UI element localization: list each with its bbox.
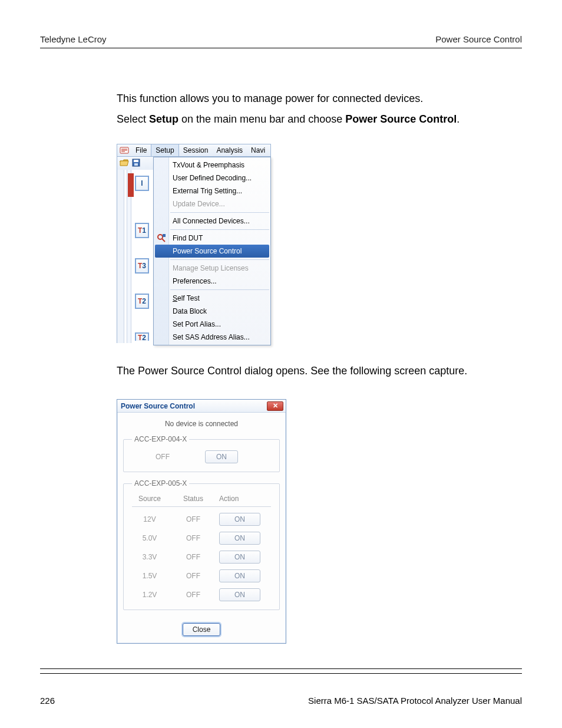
paragraph-dialog-opens: The Power Source Control dialog opens. S…: [117, 363, 522, 379]
dialog-titlebar: Power Source Control ✕: [117, 400, 286, 413]
tag-label: T: [138, 334, 142, 342]
menu-item-external-trig[interactable]: External Trig Setting...: [154, 185, 270, 197]
menu-item-label: Find DUT: [173, 234, 203, 242]
table-row: 1.2V OFF ON: [132, 588, 271, 601]
menu-item-update-device: Update Device...: [154, 197, 270, 210]
app-icon: [120, 146, 129, 155]
status-off: OFF: [156, 453, 170, 461]
menu-setup[interactable]: Setup: [151, 144, 178, 156]
menu-file[interactable]: File: [131, 144, 151, 156]
dialog-status-text: No device is connected: [123, 420, 280, 428]
cell-source: 5.0V: [132, 534, 167, 542]
tag-label: 3: [142, 262, 146, 270]
cell-source: 12V: [132, 515, 167, 523]
tag-label: 2: [142, 297, 146, 305]
paragraph-instruction: Select Setup on the main menu bar and ch…: [117, 111, 522, 127]
menu-item-self-test[interactable]: Self Test: [154, 292, 270, 305]
tag-label: 2: [142, 334, 146, 342]
svg-point-4: [158, 235, 163, 239]
running-header: Teledyne LeCroy Power Source Control: [40, 34, 522, 48]
text-bold-psc: Power Source Control: [345, 113, 457, 125]
group-legend: ACC-EXP-005-X: [132, 479, 189, 487]
on-button[interactable]: ON: [205, 450, 238, 463]
page-number: 226: [40, 696, 55, 706]
tag-label: T: [138, 226, 142, 235]
find-dut-icon: [156, 233, 167, 243]
text-fragment: on the main menu bar and choose: [178, 113, 345, 125]
menu-item-all-connected[interactable]: All Connected Devices...: [154, 215, 270, 228]
trace-gutter: I T1 T3 T2 T2: [117, 170, 153, 343]
cell-status: OFF: [176, 515, 211, 523]
col-status: Status: [176, 495, 211, 503]
menu-item-power-source-control[interactable]: Power Source Control: [155, 245, 269, 258]
tag-label: I: [141, 179, 143, 187]
tag-label: T: [138, 262, 142, 270]
menu-item-set-sas-alias[interactable]: Set SAS Address Alias...: [154, 331, 270, 344]
on-button[interactable]: ON: [219, 532, 260, 545]
menu-separator: [170, 289, 269, 290]
close-button[interactable]: Close: [183, 623, 220, 636]
on-button[interactable]: ON: [219, 569, 260, 582]
trace-tag-t2-cut: T2: [135, 332, 149, 341]
manual-title: Sierra M6-1 SAS/SATA Protocol Analyzer U…: [308, 696, 522, 706]
on-button[interactable]: ON: [219, 513, 260, 526]
save-icon[interactable]: [131, 158, 141, 169]
menu-item-licenses: Manage Setup Licenses: [154, 262, 270, 275]
svg-rect-2: [134, 160, 138, 162]
menu-item-user-defined-decoding[interactable]: User Defined Decoding...: [154, 172, 270, 185]
table-row: 12V OFF ON: [132, 513, 271, 526]
group-acc-exp-005: ACC-EXP-005-X Source Status Action 12V O…: [123, 479, 280, 610]
menu-item-set-port-alias[interactable]: Set Port Alias...: [154, 318, 270, 331]
text-bold-setup: Setup: [149, 113, 178, 125]
screenshot-setup-menu: File Setup Session Analysis Navi I T1: [117, 144, 271, 343]
trace-tag-t1: T1: [135, 223, 149, 238]
menu-bar: File Setup Session Analysis Navi: [117, 144, 271, 157]
table-header: Source Status Action: [132, 495, 271, 507]
menu-item-find-dut[interactable]: Find DUT: [154, 232, 270, 245]
open-icon[interactable]: [120, 158, 129, 169]
menu-analysis[interactable]: Analysis: [212, 144, 247, 156]
screenshot-psc-dialog: Power Source Control ✕ No device is conn…: [117, 399, 286, 644]
trace-tag-t2: T2: [135, 294, 149, 309]
cell-source: 3.3V: [132, 553, 167, 561]
page-footer: 226 Sierra M6-1 SAS/SATA Protocol Analyz…: [40, 668, 522, 706]
header-left: Teledyne LeCroy: [40, 34, 107, 44]
dialog-title: Power Source Control: [121, 402, 195, 410]
group-legend: ACC-EXP-004-X: [132, 435, 189, 443]
menu-separator: [170, 229, 269, 230]
menu-item-preferences[interactable]: Preferences...: [154, 275, 270, 288]
dialog-close-button[interactable]: ✕: [267, 401, 283, 411]
menu-item-txvout[interactable]: TxVout & Preemphasis: [154, 159, 270, 172]
tag-label: 1: [142, 226, 146, 235]
header-right: Power Source Control: [435, 34, 522, 44]
svg-rect-3: [134, 163, 138, 166]
paragraph-intro: This function allows you to manage power…: [117, 91, 522, 107]
tag-label: T: [138, 297, 142, 305]
menu-navigate-truncated[interactable]: Navi: [247, 144, 265, 156]
table-row: 1.5V OFF ON: [132, 569, 271, 582]
text-fragment: Select: [117, 113, 149, 125]
trace-tag-t3: T3: [135, 258, 149, 274]
table-row: 5.0V OFF ON: [132, 532, 271, 545]
cell-status: OFF: [176, 534, 211, 542]
col-source: Source: [132, 495, 167, 503]
cell-source: 1.5V: [132, 572, 167, 580]
cell-source: 1.2V: [132, 591, 167, 599]
cell-status: OFF: [176, 553, 211, 561]
menu-separator: [170, 212, 269, 213]
text-fragment: .: [457, 113, 459, 125]
cell-status: OFF: [176, 591, 211, 599]
on-button[interactable]: ON: [219, 588, 260, 601]
menu-separator: [170, 259, 269, 260]
group-acc-exp-004: ACC-EXP-004-X OFF ON: [123, 435, 280, 472]
svg-rect-5: [163, 234, 166, 237]
on-button[interactable]: ON: [219, 551, 260, 564]
close-icon: ✕: [273, 403, 278, 409]
col-action: Action: [219, 495, 260, 503]
table-row: 3.3V OFF ON: [132, 551, 271, 564]
cell-status: OFF: [176, 572, 211, 580]
menu-session[interactable]: Session: [179, 144, 213, 156]
menu-item-data-block[interactable]: Data Block: [154, 305, 270, 318]
setup-dropdown: TxVout & Preemphasis User Defined Decodi…: [153, 157, 271, 345]
trace-tag-i: I: [135, 176, 149, 191]
